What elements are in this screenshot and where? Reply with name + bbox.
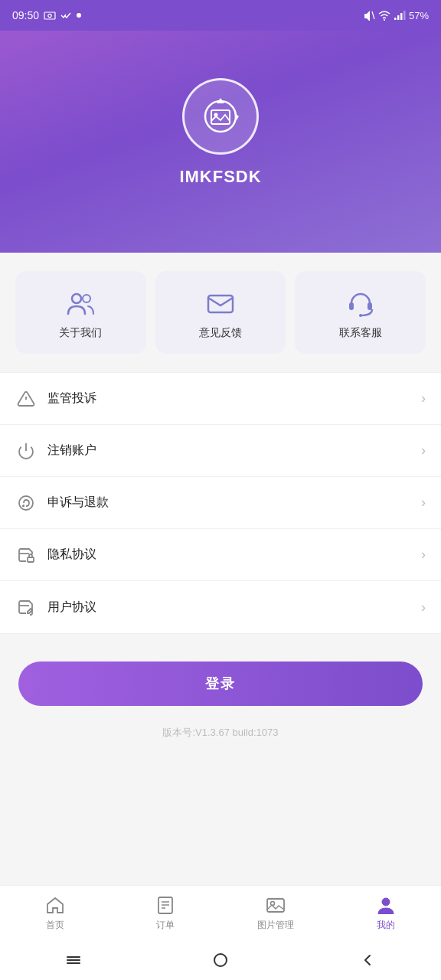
arrow-icon-privacy: › <box>421 547 426 563</box>
home-nav-label: 首页 <box>46 919 64 932</box>
mine-nav-label: 我的 <box>377 919 395 932</box>
bottom-nav: 首页 订单 图片管理 <box>0 885 441 940</box>
mute-icon <box>363 10 375 21</box>
time-display: 09:50 <box>12 9 39 21</box>
menu-item-cancel-account[interactable]: 注销账户 › <box>0 425 441 477</box>
action-card-support[interactable]: 联系客服 <box>295 271 426 354</box>
logo-svg <box>198 93 243 139</box>
svg-point-22 <box>19 496 33 510</box>
nav-item-home[interactable]: 首页 <box>0 886 110 940</box>
photos-icon <box>265 894 286 916</box>
status-bar: 09:50 57% <box>0 0 441 31</box>
svg-point-1 <box>48 14 51 17</box>
menu-item-complaint[interactable]: 监管投诉 › <box>0 373 441 425</box>
status-time: 09:50 <box>12 9 82 21</box>
status-indicators: 57% <box>363 10 429 21</box>
app-logo <box>182 78 259 155</box>
svg-rect-7 <box>400 13 403 20</box>
check-icon <box>60 11 71 20</box>
arrow-icon-complaint: › <box>421 390 426 407</box>
svg-point-13 <box>72 294 81 303</box>
mine-icon <box>375 894 397 916</box>
svg-point-2 <box>77 13 81 18</box>
cancel-account-label: 注销账户 <box>47 443 421 459</box>
arrow-icon-cancel: › <box>421 443 426 459</box>
photos-nav-label: 图片管理 <box>257 919 294 932</box>
nav-item-photos[interactable]: 图片管理 <box>220 886 331 940</box>
menu-item-appeal[interactable]: 申诉与退款 › <box>0 477 441 529</box>
privacy-label: 隐私协议 <box>47 547 421 563</box>
svg-rect-30 <box>267 899 284 912</box>
about-label: 关于我们 <box>59 326 102 340</box>
svg-point-32 <box>382 898 390 906</box>
photo-icon <box>44 11 56 20</box>
orders-nav-label: 订单 <box>156 919 175 932</box>
home-icon <box>44 894 66 916</box>
menu-list: 监管投诉 › 注销账户 › 申诉与退款 › <box>0 372 441 634</box>
svg-point-4 <box>384 19 385 21</box>
action-card-about[interactable]: 关于我们 <box>15 271 146 354</box>
feedback-label: 意见反馈 <box>199 326 242 340</box>
svg-rect-6 <box>397 15 400 20</box>
login-button[interactable]: 登录 <box>18 662 423 706</box>
svg-rect-8 <box>403 11 406 20</box>
alert-icon <box>15 388 37 410</box>
complaint-label: 监管投诉 <box>47 390 421 407</box>
terms-label: 用户协议 <box>47 599 421 616</box>
svg-rect-17 <box>368 302 372 310</box>
edit-lock-icon <box>15 544 37 566</box>
svg-line-3 <box>372 11 374 19</box>
sys-nav-back[interactable] <box>354 946 381 974</box>
nav-item-orders[interactable]: 订单 <box>110 886 220 940</box>
battery-display: 57% <box>409 10 429 21</box>
version-info: 版本号:V1.3.67 build:1073 <box>0 715 441 747</box>
system-nav <box>0 940 441 980</box>
signal-icon <box>394 10 406 21</box>
arrow-icon-appeal: › <box>421 495 426 511</box>
svg-rect-0 <box>44 12 55 19</box>
support-label: 联系客服 <box>339 326 382 340</box>
svg-point-14 <box>83 295 90 302</box>
users-icon <box>65 288 96 318</box>
svg-rect-16 <box>349 302 354 310</box>
orders-icon <box>155 894 176 916</box>
svg-rect-5 <box>394 18 397 20</box>
svg-point-18 <box>359 314 362 317</box>
refresh-coin-icon <box>15 492 37 514</box>
headset-icon <box>345 288 376 318</box>
nav-item-mine[interactable]: 我的 <box>331 886 441 940</box>
mail-icon <box>205 288 236 318</box>
dot-icon <box>76 12 82 18</box>
arrow-icon-terms: › <box>421 599 426 616</box>
action-card-feedback[interactable]: 意见反馈 <box>155 271 286 354</box>
login-section: 登录 <box>0 640 441 715</box>
svg-rect-24 <box>28 557 34 562</box>
svg-point-36 <box>214 954 227 966</box>
menu-item-terms[interactable]: 用户协议 › <box>0 581 441 633</box>
edit-icon <box>15 596 37 618</box>
power-icon <box>15 440 37 462</box>
app-name: IMKFSDK <box>179 167 261 187</box>
main-content: 关于我们 意见反馈 联系客服 <box>0 253 441 747</box>
menu-item-privacy[interactable]: 隐私协议 › <box>0 529 441 581</box>
wifi-icon <box>378 10 390 21</box>
hero-section: IMKFSDK <box>0 31 441 253</box>
quick-actions: 关于我们 意见反馈 联系客服 <box>0 253 441 366</box>
sys-nav-menu[interactable] <box>60 946 87 974</box>
svg-rect-15 <box>208 296 233 312</box>
sys-nav-home[interactable] <box>207 946 234 974</box>
appeal-label: 申诉与退款 <box>47 495 421 511</box>
